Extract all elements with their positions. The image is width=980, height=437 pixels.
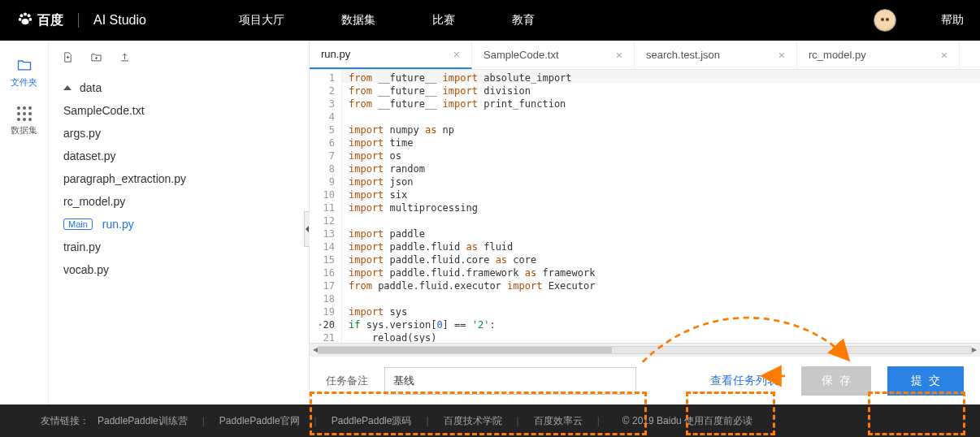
rail-files[interactable]: 文件夹 xyxy=(11,57,37,89)
file-vocab[interactable]: vocab.py xyxy=(49,258,309,281)
collapse-sidebar-handle[interactable] xyxy=(304,211,310,247)
close-icon[interactable]: × xyxy=(778,49,785,62)
tab-search-json[interactable]: search.test.json × xyxy=(635,41,797,69)
help-link[interactable]: 帮助 xyxy=(941,13,964,28)
studio-logo: AI Studio xyxy=(93,13,146,28)
link-baidu-cloud[interactable]: 百度效率云 xyxy=(534,414,583,428)
code-content[interactable]: from __future__ import absolute_importfr… xyxy=(342,70,980,343)
baidu-logo[interactable]: 百度 xyxy=(16,10,63,31)
logo-divider xyxy=(78,13,79,28)
new-file-icon[interactable] xyxy=(62,51,74,63)
link-paddlesrc[interactable]: PaddlePaddle源码 xyxy=(332,414,412,428)
file-run-label: run.py xyxy=(102,218,134,231)
folder-icon xyxy=(16,57,33,73)
horizontal-scrollbar[interactable]: ◀ ▶ xyxy=(310,343,980,356)
links-prefix: 友情链接： xyxy=(41,414,89,428)
topbar-left: 百度 AI Studio 项目大厅 数据集 比赛 教育 xyxy=(16,10,535,31)
svg-point-1 xyxy=(24,12,27,15)
link-paddlecamp[interactable]: PaddlePaddle训练营 xyxy=(98,414,188,428)
folder-data[interactable]: data xyxy=(49,76,309,99)
main-badge: Main xyxy=(63,218,93,230)
tab-samplecode[interactable]: SampleCode.txt × xyxy=(472,41,635,69)
tab-label: run.py xyxy=(321,48,350,60)
svg-point-4 xyxy=(29,18,33,21)
topbar-right: 帮助 xyxy=(874,9,964,32)
task-footer: 任务备注 查看任务列表 保存 提交 xyxy=(310,356,980,405)
file-args[interactable]: args.py xyxy=(49,122,309,145)
submit-button[interactable]: 提交 xyxy=(887,366,964,396)
tab-run[interactable]: run.py × xyxy=(310,41,472,69)
scroll-track[interactable] xyxy=(318,346,972,354)
folder-label: data xyxy=(80,81,102,94)
rail-datasets[interactable]: 数据集 xyxy=(11,106,37,136)
grid-icon xyxy=(17,106,32,121)
nav-education[interactable]: 教育 xyxy=(512,13,535,28)
topnav: 项目大厅 数据集 比赛 教育 xyxy=(239,13,535,28)
main: 文件夹 数据集 data SampleCode.txt args.py data… xyxy=(0,41,980,405)
task-remark-input[interactable] xyxy=(384,367,636,395)
tab-label: rc_model.py xyxy=(809,49,866,61)
file-dataset[interactable]: dataset.py xyxy=(49,145,309,167)
logo-text: 百度 xyxy=(37,12,63,29)
rail-datasets-label: 数据集 xyxy=(11,124,37,136)
scroll-thumb[interactable] xyxy=(319,347,612,353)
tab-label: search.test.json xyxy=(646,49,720,61)
file-run[interactable]: Main run.py xyxy=(49,213,309,236)
close-icon[interactable]: × xyxy=(453,48,460,61)
paw-icon xyxy=(16,10,34,31)
close-icon[interactable]: × xyxy=(941,49,947,62)
left-rail: 文件夹 数据集 xyxy=(0,41,49,405)
nav-competition[interactable]: 比赛 xyxy=(432,13,455,28)
nav-datasets[interactable]: 数据集 xyxy=(341,13,375,28)
avatar[interactable] xyxy=(874,9,896,32)
copyright: © 2019 Baidu 使用百度前必读 xyxy=(622,414,752,428)
link-paddlesite[interactable]: PaddlePaddle官网 xyxy=(219,414,300,428)
svg-point-5 xyxy=(21,19,28,24)
file-tree: data SampleCode.txt args.py dataset.py p… xyxy=(49,73,309,281)
svg-point-2 xyxy=(28,14,31,17)
file-rc-model[interactable]: rc_model.py xyxy=(49,190,309,213)
editor-tabs: run.py × SampleCode.txt × search.test.js… xyxy=(310,41,980,70)
nav-projects[interactable]: 项目大厅 xyxy=(239,13,284,28)
explorer-toolbar xyxy=(49,41,309,73)
rail-files-label: 文件夹 xyxy=(11,76,37,89)
topbar: 百度 AI Studio 项目大厅 数据集 比赛 教育 帮助 xyxy=(0,0,980,41)
line-gutter: 123456789101112131415161718192021222324 xyxy=(310,70,342,343)
tab-label: SampleCode.txt xyxy=(483,49,559,61)
task-remark-label: 任务备注 xyxy=(326,374,368,388)
file-explorer: data SampleCode.txt args.py dataset.py p… xyxy=(49,41,309,405)
svg-point-0 xyxy=(20,14,23,17)
close-icon[interactable]: × xyxy=(616,49,622,62)
upload-icon[interactable] xyxy=(119,51,131,63)
file-paragraph-extraction[interactable]: paragraph_extraction.py xyxy=(49,167,309,190)
new-folder-icon[interactable] xyxy=(90,51,102,63)
view-task-list-link[interactable]: 查看任务列表 xyxy=(704,369,785,393)
code-editor[interactable]: 123456789101112131415161718192021222324 … xyxy=(310,70,980,343)
scroll-right-icon[interactable]: ▶ xyxy=(972,346,977,353)
save-button[interactable]: 保存 xyxy=(801,366,871,396)
editor-column: run.py × SampleCode.txt × search.test.js… xyxy=(309,41,980,405)
file-samplecode[interactable]: SampleCode.txt xyxy=(49,99,309,122)
caret-icon xyxy=(63,85,72,90)
file-train[interactable]: train.py xyxy=(49,236,309,258)
link-baidu-tech[interactable]: 百度技术学院 xyxy=(444,414,502,428)
bottom-bar: 友情链接： PaddlePaddle训练营| PaddlePaddle官网| P… xyxy=(0,405,980,437)
svg-point-3 xyxy=(19,18,22,21)
tab-rc-model[interactable]: rc_model.py × xyxy=(797,41,960,69)
